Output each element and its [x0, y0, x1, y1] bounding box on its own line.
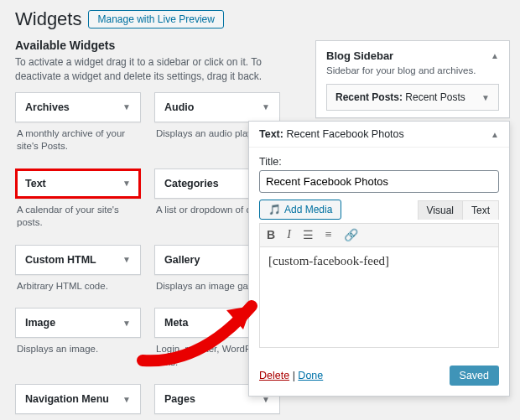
widget-desc: Displays an image. [15, 338, 141, 363]
available-widgets-desc: To activate a widget drag it to a sideba… [15, 55, 292, 84]
saved-button[interactable]: Saved [450, 366, 499, 386]
bullet-list-button[interactable]: ☰ [303, 228, 314, 242]
chevron-down-icon: ▼ [122, 102, 131, 111]
numbered-list-button[interactable]: ≡ [325, 228, 332, 242]
widget-image[interactable]: Image ▼ [15, 308, 141, 338]
title-label: Title: [259, 156, 499, 168]
chevron-up-icon[interactable]: ▲ [491, 130, 499, 139]
page-title: Widgets [15, 8, 81, 30]
chevron-down-icon: ▼ [122, 179, 131, 188]
chevron-down-icon: ▼ [262, 102, 270, 111]
sidebar-area-desc: Sidebar for your blog and archives. [326, 65, 499, 75]
widget-desc: A list of your site's Pages. [154, 414, 280, 420]
widget-audio[interactable]: Audio ▼ [154, 92, 280, 122]
delete-link[interactable]: Delete [259, 370, 289, 381]
link-button[interactable]: 🔗 [344, 228, 358, 242]
add-media-label: Add Media [284, 204, 332, 215]
add-media-button[interactable]: 🎵 Add Media [259, 200, 341, 220]
widget-desc: Add a navigation menu to your sidebar. [15, 414, 141, 420]
done-link[interactable]: Done [298, 370, 323, 381]
widget-editor-panel: Text: Recent Facebook Photos ▲ Title: 🎵 … [248, 121, 510, 397]
sidebar-widget-recent-posts[interactable]: Recent Posts: Recent Posts ▼ [326, 84, 499, 111]
widget-label: Categories [164, 178, 219, 189]
chevron-up-icon[interactable]: ▲ [491, 51, 499, 60]
widget-text[interactable]: Text ▼ [15, 169, 141, 199]
editor-toolbar: B I ☰ ≡ 🔗 [259, 223, 499, 247]
chevron-down-icon: ▼ [122, 255, 131, 264]
sidebar-area-panel: Blog Sidebar ▲ Sidebar for your blog and… [315, 40, 510, 118]
widget-navigation-menu[interactable]: Navigation Menu ▼ [15, 384, 141, 414]
widget-archives[interactable]: Archives ▼ [15, 92, 141, 122]
tab-text[interactable]: Text [462, 201, 498, 220]
editor-footer-links: Delete | Done [259, 370, 323, 381]
widget-label: Audio [164, 101, 194, 113]
widget-label: Meta [164, 317, 188, 329]
bold-button[interactable]: B [267, 228, 275, 242]
music-note-icon: 🎵 [268, 204, 281, 215]
widget-desc: Arbitrary HTML code. [15, 275, 141, 300]
italic-button[interactable]: I [287, 228, 291, 242]
widget-label: Gallery [164, 254, 200, 266]
widget-label: Text [25, 178, 46, 189]
widget-custom-html[interactable]: Custom HTML ▼ [15, 245, 141, 275]
tab-visual[interactable]: Visual [419, 201, 462, 220]
widget-label: Image [25, 317, 55, 329]
sidebar-area-title: Blog Sidebar [326, 49, 393, 62]
widget-desc: A calendar of your site's posts. [15, 199, 141, 236]
content-editor[interactable] [259, 247, 499, 348]
widget-label: Custom HTML [25, 254, 96, 266]
widget-label: Pages [164, 393, 195, 405]
widget-desc: A monthly archive of your site's Posts. [15, 122, 141, 160]
chevron-down-icon: ▼ [122, 395, 131, 404]
sidebar-widget-label: Recent Posts: Recent Posts [335, 91, 465, 103]
chevron-down-icon: ▼ [481, 93, 490, 102]
editor-tabs: Visual Text [418, 200, 499, 220]
chevron-down-icon: ▼ [122, 319, 131, 328]
widget-label: Navigation Menu [25, 393, 109, 405]
live-preview-button[interactable]: Manage with Live Preview [88, 10, 223, 29]
title-input[interactable] [259, 170, 499, 193]
widget-editor-header[interactable]: Text: Recent Facebook Photos ▲ [249, 122, 509, 148]
widget-label: Archives [25, 101, 70, 113]
